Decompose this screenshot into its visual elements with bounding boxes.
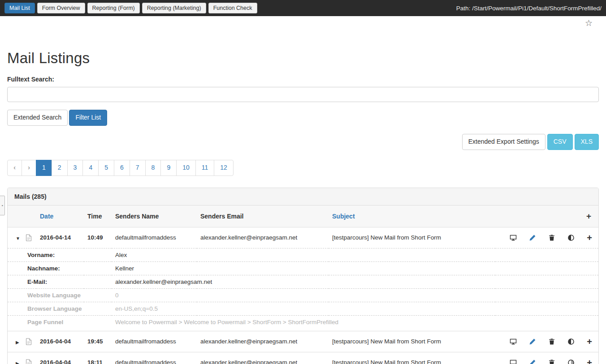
cell-time: 18:11 [84, 352, 112, 364]
detail-row: Vorname: Alex [8, 248, 598, 261]
tab-mail-list[interactable]: Mail List [4, 3, 35, 14]
detail-label: E-Mail: [8, 275, 112, 288]
tab-reporting-marketing[interactable]: Reporting (Marketing) [142, 3, 206, 14]
extended-export-settings-button[interactable]: Extended Export Settings [462, 134, 545, 150]
detail-row: Website Language 0 [8, 288, 598, 302]
prev-page-icon[interactable]: ‹ [7, 160, 22, 176]
detail-row: E-Mail: alexander.kellner@einpraegsam.ne… [8, 275, 598, 288]
breadcrumb-path: Path: /Start/Powermail/Pi1/Default/Short… [456, 5, 602, 12]
delete-icon[interactable] [548, 338, 555, 345]
cell-date: 2016-04-04 [36, 352, 84, 364]
page-link-5[interactable]: 5 [98, 160, 114, 176]
tab-form-overview[interactable]: Form Overview [37, 3, 85, 14]
toggle-visibility-icon[interactable] [567, 359, 575, 364]
toggle-visibility-icon[interactable] [567, 234, 575, 241]
xls-export-button[interactable]: XLS [575, 134, 599, 150]
page-title: Mail Listings [7, 50, 599, 67]
cell-sender-name: defaultmailfromaddess [112, 331, 197, 352]
detail-label: Nachname: [8, 261, 112, 275]
detail-row: Browser Language en-US,en;q=0.5 [8, 302, 598, 315]
cell-sender-name: defaultmailfromaddess [112, 352, 197, 364]
cell-sender-name: defaultmailfromaddess [112, 227, 197, 248]
preview-icon[interactable] [510, 359, 517, 364]
fulltext-search-label: Fulltext Search: [7, 76, 599, 83]
page-link-1[interactable]: 1 [36, 160, 52, 176]
page-link-3[interactable]: 3 [67, 160, 83, 176]
detail-label: Website Language [8, 288, 112, 302]
document-icon [26, 234, 32, 241]
header-senders-email: Senders Email [197, 206, 329, 227]
toggle-visibility-icon[interactable] [567, 338, 575, 345]
cell-sender-email: alexander.kellner@einpraegsam.net [197, 352, 329, 364]
add-icon[interactable]: + [587, 233, 592, 242]
main-content: Mail Listings Fulltext Search: Extended … [0, 50, 606, 364]
detail-value: Welcome to Powermail > Welcome to Powerm… [112, 315, 598, 331]
add-icon[interactable]: + [587, 358, 592, 364]
detail-value: Alex [112, 248, 598, 261]
mail-row: ▶ 2016-04-04 19:45 defaultmailfromaddess… [8, 331, 598, 352]
detail-label: Browser Language [8, 302, 112, 315]
filter-list-button[interactable]: Filter List [69, 110, 107, 126]
detail-value: en-US,en;q=0.5 [112, 302, 598, 315]
header-senders-name: Senders Name [112, 206, 197, 227]
page-link-10[interactable]: 10 [176, 160, 196, 176]
header-time: Time [84, 206, 112, 227]
detail-value: alexander.kellner@einpraegsam.net [112, 275, 598, 288]
cell-sender-email: alexander.kellner@einpraegsam.net [197, 227, 329, 248]
delete-icon[interactable] [548, 359, 555, 364]
cell-subject: [testparcours] New Mail from Short Form [329, 227, 495, 248]
csv-export-button[interactable]: CSV [547, 134, 573, 150]
page-link-7[interactable]: 7 [130, 160, 146, 176]
table-header-row: Date Time Senders Name Senders Email Sub… [8, 206, 598, 227]
page-link-4[interactable]: 4 [82, 160, 99, 176]
add-icon[interactable]: + [587, 337, 592, 346]
mail-row: ▶ 2016-04-04 18:11 defaultmailfromaddess… [8, 352, 598, 364]
header-add-icon[interactable]: + [586, 211, 591, 221]
cell-date: 2016-04-04 [36, 331, 84, 352]
detail-label: Vorname: [8, 248, 112, 261]
cell-subject: [testparcours] New Mail from Short Form [329, 331, 495, 352]
page-link-8[interactable]: 8 [145, 160, 161, 176]
fulltext-search-input[interactable] [7, 87, 599, 102]
edit-icon[interactable] [529, 338, 536, 345]
expand-caret-icon[interactable]: ▶ [16, 361, 22, 364]
cell-subject: [testparcours] New Mail from Short Form [329, 352, 495, 364]
header-expand [8, 206, 36, 227]
bookmark-row: ☆ [0, 16, 606, 30]
topbar: Mail List Form Overview Reporting (Form)… [0, 0, 606, 16]
detail-row: Page Funnel Welcome to Powermail > Welco… [8, 315, 598, 331]
detail-label: Page Funnel [8, 315, 112, 331]
tab-function-check[interactable]: Function Check [208, 3, 257, 14]
document-icon [26, 338, 32, 345]
extended-search-button[interactable]: Extended Search [7, 110, 68, 126]
sort-date-link[interactable]: Date [40, 213, 53, 220]
bookmark-star-icon[interactable]: ☆ [585, 18, 593, 28]
preview-icon[interactable] [510, 234, 517, 241]
cell-time: 19:45 [84, 331, 112, 352]
mail-row: ▼ 2016-04-14 10:49 defaultmailfromaddess… [8, 227, 598, 248]
mails-panel: Mails (285) Date Time Senders Name Sende… [7, 188, 599, 364]
page-link-6[interactable]: 6 [114, 160, 130, 176]
edit-icon[interactable] [529, 234, 536, 241]
detail-value: 0 [112, 288, 598, 302]
delete-icon[interactable] [548, 234, 555, 241]
collapse-caret-icon[interactable]: ▼ [16, 236, 22, 241]
tab-reporting-form[interactable]: Reporting (Form) [87, 3, 140, 14]
document-hidden-icon [26, 359, 32, 364]
panel-title: Mails (285) [8, 188, 598, 206]
page-link-12[interactable]: 12 [214, 160, 234, 176]
next-page-icon[interactable]: › [22, 160, 36, 176]
edit-icon[interactable] [529, 359, 536, 364]
mails-table: Date Time Senders Name Senders Email Sub… [8, 206, 598, 364]
sort-subject-link[interactable]: Subject [332, 213, 355, 220]
frame-resize-handle[interactable]: ▪ [0, 196, 5, 215]
page-link-9[interactable]: 9 [160, 160, 177, 176]
cell-sender-email: alexander.kellner@einpraegsam.net [197, 331, 329, 352]
expand-caret-icon[interactable]: ▶ [16, 340, 22, 345]
page-link-11[interactable]: 11 [195, 160, 215, 176]
preview-icon[interactable] [510, 338, 517, 345]
pagination: ‹ › 1 2 3 4 5 6 7 8 9 10 11 12 [7, 160, 234, 176]
detail-row: Nachname: Kellner [8, 261, 598, 275]
cell-time: 10:49 [84, 227, 112, 248]
page-link-2[interactable]: 2 [52, 160, 68, 176]
